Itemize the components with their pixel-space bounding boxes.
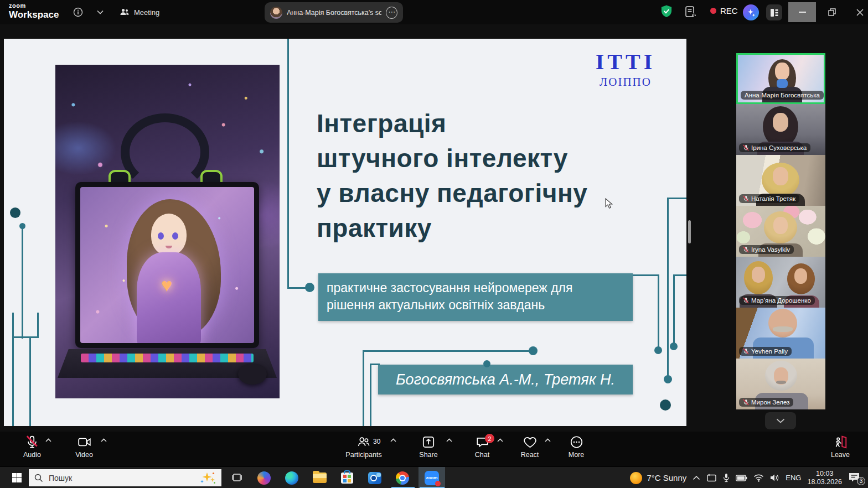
edge-app-icon[interactable] — [279, 469, 304, 486]
circuit-dot — [305, 283, 314, 292]
title-line: у власну педагогічну — [317, 176, 587, 211]
minimize-button[interactable] — [788, 2, 816, 22]
eye-art — [172, 232, 178, 240]
chevron-down-icon[interactable] — [94, 6, 106, 18]
side-panel-icon[interactable] — [766, 4, 782, 20]
ai-companion-icon[interactable] — [743, 4, 759, 20]
participant-art — [776, 381, 786, 384]
subtitle-line: практичне застосування нейромереж для — [327, 279, 624, 297]
participants-button[interactable]: Participants 30 — [339, 435, 389, 459]
task-view-button[interactable] — [227, 467, 247, 488]
react-label: React — [521, 451, 539, 459]
video-options-chevron[interactable] — [101, 438, 107, 442]
tab-options-icon[interactable]: ⋯ — [386, 7, 397, 19]
tablet-mode-icon[interactable] — [706, 474, 717, 482]
muted-mic-icon — [743, 297, 749, 304]
microphone-tray-icon[interactable] — [723, 473, 730, 482]
participant-art — [777, 79, 788, 88]
logo-text: ЛОІППО — [590, 75, 662, 89]
share-label: Share — [419, 451, 437, 459]
vertical-scrollbar[interactable] — [688, 220, 691, 243]
more-button[interactable]: More — [560, 435, 592, 459]
circuit-line — [370, 364, 380, 365]
microsoft-store-app-icon[interactable] — [334, 469, 360, 486]
weather-widget[interactable]: 7°C Sunny — [630, 472, 686, 484]
share-button[interactable]: Share — [411, 435, 446, 459]
share-options-chevron[interactable] — [446, 438, 452, 442]
participant-name: Анна-Марія Богосвятська — [745, 92, 820, 98]
tab-meeting[interactable]: Meeting — [120, 4, 159, 20]
muted-mic-icon — [743, 348, 749, 355]
participants-options-chevron[interactable] — [390, 438, 396, 442]
chat-button[interactable]: Chat 2 — [465, 435, 499, 459]
battery-icon[interactable] — [736, 475, 747, 481]
participant-art — [752, 267, 765, 283]
restore-button[interactable] — [818, 2, 846, 22]
participant-name: Yevhen Paliy — [751, 348, 788, 355]
chrome-app-icon[interactable] — [390, 469, 415, 486]
circuit-dot — [670, 342, 678, 350]
participant-name: Ірина Суховерська — [751, 144, 807, 151]
circuit-line — [287, 39, 289, 289]
brand-line2: Workspace — [9, 10, 59, 19]
video-button[interactable]: Video — [68, 435, 101, 459]
title-line: штучного інтелекту — [317, 141, 587, 176]
circuit-line — [22, 228, 23, 339]
chat-options-chevron[interactable] — [497, 438, 503, 442]
video-label: Video — [75, 451, 93, 459]
keyboard-language[interactable]: ENG — [786, 474, 801, 482]
tab-screen-share[interactable]: Анна-Марія Богосвятська's scre ⋯ — [265, 2, 403, 23]
weather-text: 7°C Sunny — [647, 473, 686, 482]
circuit-dot — [10, 207, 20, 218]
video-tile[interactable]: Наталія Третяк — [736, 155, 825, 206]
outlook-app-icon[interactable] — [362, 469, 388, 486]
more-label: More — [569, 451, 584, 459]
circuit-line — [363, 350, 533, 352]
rec-dot-icon — [710, 8, 716, 14]
participant-name-label: Анна-Марія Богосвятська — [741, 91, 824, 100]
audio-options-chevron[interactable] — [45, 438, 51, 442]
close-button[interactable] — [846, 2, 868, 22]
react-options-chevron[interactable] — [545, 438, 551, 442]
participant-name-label: Ірина Суховерська — [739, 143, 810, 152]
mouse-cursor — [605, 198, 614, 209]
zoom-app-icon[interactable]: zoom — [419, 469, 445, 486]
video-tile[interactable]: Ірина Суховерська — [736, 104, 825, 155]
info-icon[interactable] — [72, 6, 84, 18]
slide-subtitle-box: практичне застосування нейромереж для рі… — [318, 273, 633, 321]
system-tray: 7°C Sunny ENG 10:03 18.03.2026 3 — [630, 467, 868, 488]
collapse-videos-button[interactable] — [765, 412, 796, 429]
wifi-icon[interactable] — [753, 474, 764, 482]
search-icon — [34, 474, 43, 482]
share-screen-icon — [421, 435, 436, 449]
recording-indicator[interactable]: REC — [710, 6, 738, 15]
circuit-line — [673, 274, 686, 276]
slide-illustration: ♥ — [55, 65, 280, 398]
brand-line1: zoom — [9, 3, 59, 9]
transcript-icon[interactable] — [684, 6, 696, 18]
video-tile[interactable]: Мар’яна Дорошенко — [736, 257, 825, 308]
copilot-app-icon[interactable] — [251, 469, 277, 486]
react-button[interactable]: React — [513, 435, 547, 459]
video-tile[interactable]: Yevhen Paliy — [736, 308, 825, 359]
window-titlebar: zoom Workspace Meeting Анна-Марія Богосв… — [0, 0, 868, 24]
audio-button[interactable]: Audio — [16, 435, 49, 459]
logo-acronym: ІТТІ — [590, 50, 662, 74]
heart-icon — [523, 435, 538, 449]
speaker-icon[interactable] — [770, 474, 779, 482]
video-tile[interactable]: Iryna Vasylkiv — [736, 206, 825, 257]
search-input[interactable]: Пошук — [29, 469, 221, 486]
chat-label: Chat — [475, 451, 489, 459]
file-explorer-app-icon[interactable] — [307, 469, 332, 486]
leave-button[interactable]: Leave — [824, 435, 857, 459]
security-shield-icon[interactable] — [660, 5, 673, 17]
taskbar-clock[interactable]: 10:03 18.03.2026 — [807, 470, 842, 486]
participant-name-label: Наталія Третяк — [739, 194, 799, 203]
video-tile[interactable]: Анна-Марія Богосвятська — [736, 53, 825, 104]
action-center-button[interactable]: 3 — [848, 472, 862, 484]
muted-mic-icon — [743, 195, 749, 202]
start-button[interactable] — [6, 467, 28, 488]
video-tile[interactable]: Мирон Зелез — [736, 359, 825, 409]
circuit-line — [12, 313, 14, 426]
tray-expand-chevron-icon[interactable] — [693, 475, 700, 480]
